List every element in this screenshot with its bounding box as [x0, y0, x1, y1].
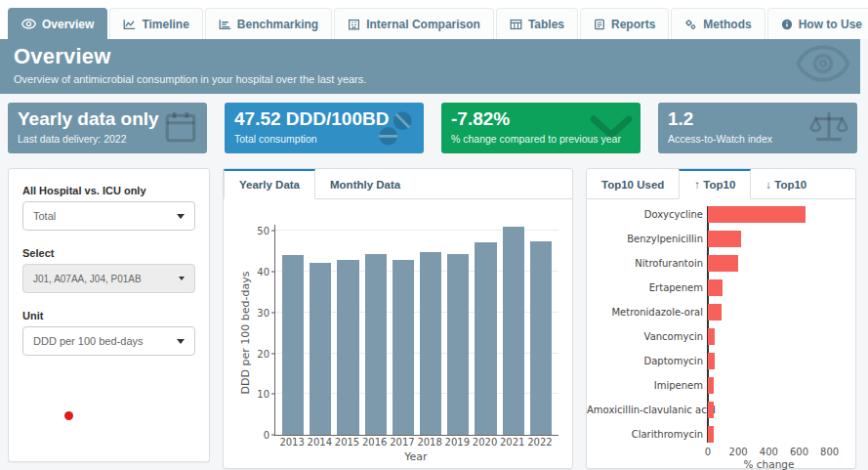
chevron-down-icon	[177, 339, 185, 344]
tab-top10-increase[interactable]: ↑ Top10	[679, 169, 751, 199]
y-tick-label: 10	[246, 389, 269, 400]
value-box-row: Yearly data only Last data delivery: 202…	[8, 103, 857, 153]
tab-label: Reports	[611, 18, 655, 31]
hospital-select[interactable]: Total	[22, 201, 195, 231]
tab-label: Tables	[528, 18, 564, 31]
bar-2014	[310, 263, 331, 435]
bar-2019	[447, 254, 469, 435]
unit-select[interactable]: DDD per 100 bed-days	[22, 326, 195, 356]
value-box-access-to-watch: 1.2 Access-to-Watch index	[658, 103, 857, 153]
page-title: Overview	[14, 44, 860, 69]
bar-track	[708, 279, 855, 296]
bar-2020	[475, 242, 496, 435]
filter-sidebar: All Hospital vs. ICU only Total Select J…	[8, 168, 210, 462]
plot-area: 01020304050	[274, 225, 558, 436]
page-header: Overview Overview of antimicrobial consu…	[0, 39, 860, 94]
bar-clarithromycin	[708, 426, 714, 443]
category-label: Ertapenem	[587, 282, 708, 293]
bar-track	[708, 304, 855, 320]
category-label: Clarithromycin	[587, 429, 708, 440]
tab-label: How to Use	[799, 18, 862, 31]
bar-track	[708, 231, 855, 247]
chevron-down-icon	[179, 277, 185, 280]
tab-label: Timeline	[142, 18, 188, 31]
pills-icon	[375, 108, 416, 151]
category-label: Nitrofurantoin	[587, 258, 708, 269]
bar-2013	[282, 255, 304, 435]
chart-tab-bar: Yearly Data Monthly Data	[224, 169, 572, 199]
tab-label: Overview	[42, 18, 94, 31]
atc-select[interactable]: J01, A07AA, J04, P01AB	[22, 264, 195, 293]
x-tick-label: 2016	[361, 437, 389, 448]
category-label: Amoxicillin-clavulanic acid	[587, 405, 708, 415]
tab-benchmarking[interactable]: Benchmarking	[205, 8, 332, 39]
y-tick-label: 40	[246, 267, 269, 278]
bar-2015	[337, 260, 358, 435]
bar-metronidazole-oral	[708, 304, 722, 320]
y-tick-label: 50	[246, 226, 269, 236]
category-label: Benzylpenicillin	[587, 234, 708, 244]
x-tick-label: 600	[790, 447, 808, 457]
x-axis-title: Year	[274, 450, 558, 463]
y-tick-label: 0	[246, 430, 269, 441]
tab-top10-used[interactable]: Top10 Used	[587, 169, 679, 199]
chevron-down-icon	[590, 114, 633, 144]
red-notification-dot	[64, 411, 73, 420]
x-tick-label: 2020	[471, 437, 498, 448]
bar-group	[275, 225, 558, 435]
tab-monthly-data[interactable]: Monthly Data	[315, 169, 415, 199]
y-tick-label: 20	[246, 348, 269, 359]
x-axis-labels: 2013201420152016201720182019202020212022	[274, 437, 558, 448]
chart-row: Vancomycin	[587, 328, 855, 345]
bar-2018	[420, 252, 441, 435]
select-value: J01, A07AA, J04, P01AB	[33, 274, 142, 284]
x-tick-label: 2019	[443, 437, 471, 448]
bar-2016	[365, 254, 387, 435]
value-box-percent-change: -7.82% % change compared to previous yea…	[441, 103, 641, 153]
select-value: Total	[33, 210, 56, 222]
table-icon	[510, 19, 522, 30]
x-tick-label: 800	[820, 447, 839, 457]
y-tick-label: 30	[246, 307, 269, 318]
x-tick-label: 2015	[333, 437, 360, 448]
bar-track	[708, 377, 855, 394]
tab-label: Internal Comparison	[366, 18, 480, 31]
tab-yearly-data[interactable]: Yearly Data	[224, 169, 315, 199]
tab-top10-decrease[interactable]: ↓ Top10	[751, 169, 821, 199]
tab-overview[interactable]: Overview	[8, 8, 107, 39]
bar-nitrofurantoin	[708, 255, 738, 272]
tab-internal-comparison[interactable]: Internal Comparison	[334, 8, 494, 39]
bar-2017	[393, 260, 414, 436]
tab-reports[interactable]: Reports	[580, 8, 669, 39]
tab-label: Benchmarking	[237, 18, 318, 31]
tab-timeline[interactable]: Timeline	[109, 8, 202, 39]
x-tick-label: 0	[705, 447, 711, 457]
bar-track	[708, 255, 855, 272]
bar-list-icon	[219, 19, 231, 30]
tab-tables[interactable]: Tables	[496, 8, 578, 39]
x-tick-label: 2022	[526, 437, 554, 448]
x-axis-title: % change	[708, 458, 830, 470]
chart-row: Doxycycline	[587, 206, 855, 223]
top-navbar: Overview Timeline Benchmarking Internal …	[0, 0, 868, 39]
filter-group-unit: Unit DDD per 100 bed-days	[22, 310, 195, 356]
top10-bar-chart: DoxycyclineBenzylpenicillinNitrofurantoi…	[587, 199, 855, 470]
x-tick-label: 2021	[499, 437, 526, 448]
chart-row: Amoxicillin-clavulanic acid	[587, 402, 855, 418]
x-tick-label: 2013	[278, 437, 306, 448]
bar-benzylpenicillin	[708, 231, 741, 247]
chart-row: Metronidazole-oral	[587, 304, 855, 320]
chart-row: Benzylpenicillin	[587, 231, 855, 247]
chart-row: Ertapenem	[587, 279, 855, 296]
tab-how-to-use[interactable]: How to Use	[767, 8, 868, 39]
tab-methods[interactable]: Methods	[671, 8, 765, 39]
calendar-icon	[162, 108, 199, 150]
chart-rows: DoxycyclineBenzylpenicillinNitrofurantoi…	[587, 206, 855, 443]
top10-tab-bar: Top10 Used ↑ Top10 ↓ Top10	[587, 169, 855, 199]
hospital-icon	[348, 19, 360, 30]
category-label: Doxycycline	[587, 209, 708, 220]
bar-track	[708, 402, 855, 418]
bar-track	[708, 206, 855, 223]
filter-label: All Hospital vs. ICU only	[22, 185, 195, 196]
scale-icon	[808, 108, 849, 151]
